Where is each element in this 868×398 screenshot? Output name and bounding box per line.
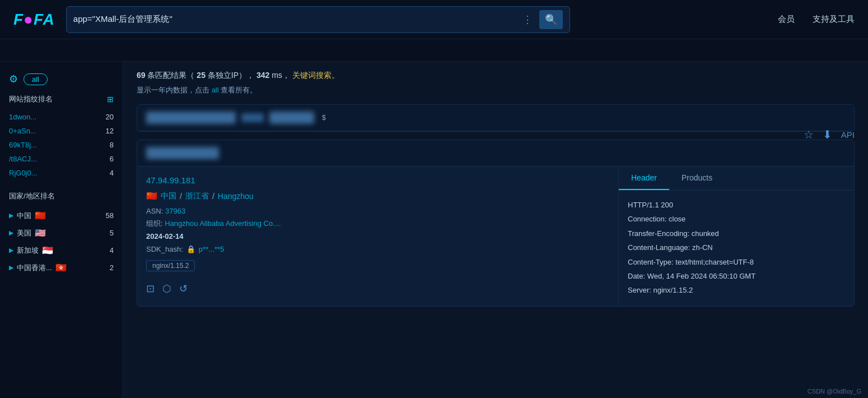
time-ms: 342 bbox=[256, 71, 269, 80]
code-icon[interactable]: ⊡ bbox=[146, 283, 155, 295]
card1-header: $ bbox=[137, 105, 854, 131]
unique-ip-count: 25 bbox=[197, 71, 206, 80]
header-nav: 会员 支持及工具 bbox=[778, 14, 855, 25]
fingerprint-item-3[interactable]: /t8ACJ... 6 bbox=[9, 152, 114, 166]
header-line-6: Server: nginx/1.15.2 bbox=[628, 284, 845, 297]
refresh-icon[interactable]: ↺ bbox=[179, 283, 188, 295]
download-icon[interactable]: ⬇ bbox=[823, 128, 832, 141]
fingerprint-item-4[interactable]: RjG0j0... 4 bbox=[9, 166, 114, 180]
header-content: HTTP/1.1 200 Connection: close Transfer-… bbox=[619, 191, 854, 306]
keyword-search-link[interactable]: 关键词搜索。 bbox=[292, 71, 339, 80]
star-icon[interactable]: ☆ bbox=[804, 128, 814, 141]
city-link[interactable]: Hangzhou bbox=[218, 192, 254, 201]
country-link[interactable]: 中国 bbox=[161, 191, 176, 201]
sdk-row: SDK_hash: 🔒 p**...**5 bbox=[146, 245, 609, 253]
box-icon[interactable]: ⬡ bbox=[162, 283, 171, 295]
header-line-3: Content-Language: zh-CN bbox=[628, 241, 845, 254]
results-sub: 显示一年内数据，点击 all 查看所有。 bbox=[137, 85, 855, 95]
card2-right: Header Products HTTP/1.1 200 Connection:… bbox=[619, 166, 854, 306]
result-card-1: $ bbox=[137, 104, 855, 132]
result-actions: ⊡ ⬡ ↺ bbox=[146, 283, 609, 295]
org-value[interactable]: Hangzhou Alibaba Advertising Co.... bbox=[165, 219, 281, 228]
fingerprint-item-0[interactable]: 1dwon... 20 bbox=[9, 110, 114, 124]
chevron-icon-1: ▶ bbox=[9, 229, 13, 237]
footer-attribution: CSDN @OidBoy_G bbox=[808, 388, 861, 395]
search-input[interactable] bbox=[73, 15, 522, 24]
flag-2: 🇸🇬 bbox=[42, 245, 53, 256]
fingerprint-item-1[interactable]: 0+aSn... 12 bbox=[9, 124, 114, 138]
all-badge[interactable]: all bbox=[24, 73, 48, 85]
api-button[interactable]: API bbox=[841, 130, 855, 140]
flag-1: 🇺🇸 bbox=[35, 228, 46, 238]
filter-row: ⚙ all bbox=[9, 73, 114, 85]
main-layout: ⚙ all 网站指纹排名 ⊞ 1dwon... 20 0+aSn... 12 6… bbox=[0, 62, 868, 398]
card2-left: 47.94.99.181 🇨🇳 中国 / 浙江省 / Hangzhou ASN:… bbox=[137, 166, 619, 306]
sub-header bbox=[0, 39, 868, 62]
header-line-2: Transfer-Encoding: chunked bbox=[628, 227, 845, 240]
result-date: 2024-02-14 bbox=[146, 232, 609, 240]
tab-products[interactable]: Products bbox=[669, 166, 725, 190]
results-info: 69 条匹配结果（ 25 条独立IP）， 342 ms， 关键词搜索。 bbox=[137, 71, 855, 81]
header-line-1: Connection: close bbox=[628, 212, 845, 225]
tabs-row: Header Products bbox=[619, 166, 854, 191]
country-item-0[interactable]: ▶ 中国 🇨🇳 58 bbox=[9, 207, 114, 224]
blurred-small-1 bbox=[241, 113, 264, 122]
card1-badge: $ bbox=[322, 114, 326, 122]
sdk-value[interactable]: p**...**5 bbox=[199, 245, 225, 253]
country-title: 国家/地区排名 bbox=[9, 191, 114, 201]
country-name-1: 美国 bbox=[17, 228, 31, 238]
result-card-2: 47.94.99.181 🇨🇳 中国 / 浙江省 / Hangzhou ASN:… bbox=[137, 140, 855, 307]
chevron-icon: ▶ bbox=[9, 212, 13, 219]
country-flag: 🇨🇳 bbox=[146, 191, 157, 201]
flag-0: 🇨🇳 bbox=[35, 210, 46, 221]
org-meta: 组织: Hangzhou Alibaba Advertising Co.... bbox=[146, 219, 609, 229]
card2-header bbox=[137, 140, 854, 166]
asn-meta: ASN: 37963 bbox=[146, 207, 609, 215]
tab-header[interactable]: Header bbox=[619, 166, 669, 190]
header-line-5: Date: Wed, 14 Feb 2024 06:50:10 GMT bbox=[628, 270, 845, 283]
total-count: 69 bbox=[137, 71, 146, 80]
card2-body: 47.94.99.181 🇨🇳 中国 / 浙江省 / Hangzhou ASN:… bbox=[137, 166, 854, 306]
lock-icon: 🔒 bbox=[186, 245, 195, 253]
blurred-url-1 bbox=[146, 112, 236, 124]
fingerprint-section: 网站指纹排名 ⊞ 1dwon... 20 0+aSn... 12 69kT8j.… bbox=[9, 94, 114, 180]
country-item-1[interactable]: ▶ 美国 🇺🇸 5 bbox=[9, 224, 114, 242]
nav-member[interactable]: 会员 bbox=[778, 14, 795, 25]
more-options-icon[interactable]: ⋮ bbox=[522, 13, 533, 26]
chevron-icon-3: ▶ bbox=[9, 264, 13, 271]
all-link[interactable]: all bbox=[212, 86, 219, 94]
nav-support[interactable]: 支持及工具 bbox=[813, 14, 855, 25]
logo: F●FA bbox=[13, 11, 55, 29]
search-bar[interactable]: ⋮ 🔍 bbox=[66, 6, 570, 33]
sidebar: ⚙ all 网站指纹排名 ⊞ 1dwon... 20 0+aSn... 12 6… bbox=[0, 62, 123, 398]
asn-value[interactable]: 37963 bbox=[165, 207, 185, 215]
header-line-0: HTTP/1.1 200 bbox=[628, 198, 845, 211]
nginx-tag[interactable]: nginx/1.15.2 bbox=[146, 260, 195, 271]
fingerprint-item-2[interactable]: 69kT8j... 8 bbox=[9, 138, 114, 152]
country-name-3: 中国香港... bbox=[17, 263, 52, 273]
country-name-0: 中国 bbox=[17, 211, 31, 221]
country-item-3[interactable]: ▶ 中国香港... 🇭🇰 2 bbox=[9, 259, 114, 276]
header-line-4: Content-Type: text/html;charset=UTF-8 bbox=[628, 256, 845, 269]
search-icon[interactable]: 🔍 bbox=[539, 10, 563, 29]
chevron-icon-2: ▶ bbox=[9, 247, 13, 254]
province-link[interactable]: 浙江省 bbox=[185, 191, 209, 201]
fingerprint-filter-icon[interactable]: ⊞ bbox=[107, 95, 114, 104]
header: F●FA ⋮ 🔍 会员 支持及工具 bbox=[0, 0, 868, 39]
result-location: 🇨🇳 中国 / 浙江省 / Hangzhou bbox=[146, 191, 609, 201]
flag-3: 🇭🇰 bbox=[55, 262, 67, 273]
country-name-2: 新加坡 bbox=[17, 246, 39, 256]
blurred-url-2 bbox=[269, 112, 314, 124]
fingerprint-title: 网站指纹排名 ⊞ bbox=[9, 94, 114, 104]
blurred-url-3 bbox=[146, 147, 219, 159]
result-ip[interactable]: 47.94.99.181 bbox=[146, 175, 609, 185]
logo-text: F●FA bbox=[13, 11, 55, 29]
country-item-2[interactable]: ▶ 新加坡 🇸🇬 4 bbox=[9, 242, 114, 259]
filter-icon[interactable]: ⚙ bbox=[9, 73, 18, 85]
country-section: 国家/地区排名 ▶ 中国 🇨🇳 58 ▶ 美国 🇺🇸 5 ▶ 新加坡 🇸🇬 4 bbox=[9, 191, 114, 276]
content: 69 条匹配结果（ 25 条独立IP）， 342 ms， 关键词搜索。 显示一年… bbox=[123, 62, 868, 398]
